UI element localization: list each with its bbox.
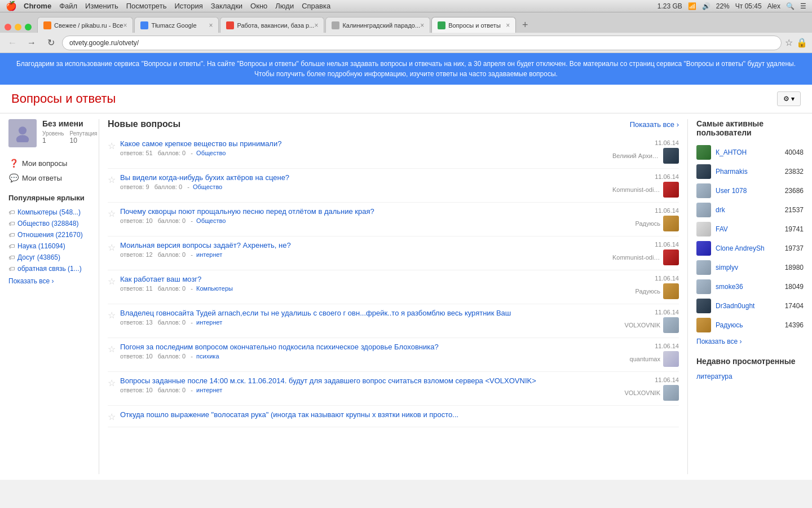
active-user-name-2[interactable]: User 1078 <box>716 187 780 195</box>
apple-icon[interactable]: 🍎 <box>6 1 17 11</box>
star-button-8[interactable]: ☆ <box>108 411 116 422</box>
active-user-7: smoke36 18049 <box>696 277 804 296</box>
active-user-name-3[interactable]: drk <box>716 206 780 214</box>
star-button-6[interactable]: ☆ <box>108 344 116 354</box>
tag-computers[interactable]: 🏷 Компьютеры (548...) <box>8 207 90 218</box>
question-content-8: Откуда пошло выражение "волосатая рука" … <box>120 410 679 421</box>
question-link-2[interactable]: Почему скворцы поют прощальную песню пер… <box>120 207 601 216</box>
tab-pikabu[interactable]: Свежее / pikabu.ru - Все × <box>37 17 133 33</box>
active-user-name-9[interactable]: Радуюсь <box>716 321 780 329</box>
tab-work[interactable]: Работа, вакансии, база р... × <box>220 17 324 33</box>
tab-favicon-kaliningrad <box>332 21 339 29</box>
star-button-0[interactable]: ☆ <box>108 141 116 151</box>
menu-edit[interactable]: Изменить <box>85 2 118 10</box>
question-link-5[interactable]: Владелец говносайта Тудей arnach,если ты… <box>120 309 601 317</box>
my-answers-item[interactable]: 💬 Мои ответы <box>8 170 90 185</box>
menu-window[interactable]: Окно <box>250 2 267 10</box>
tag-leisure[interactable]: 🏷 Досуг (43865) <box>8 252 90 263</box>
star-button-4[interactable]: ☆ <box>108 276 116 287</box>
search-icon[interactable]: 🔍 <box>786 2 795 10</box>
question-link-3[interactable]: Моильная версия вопросы задаёт? Ахренеть… <box>120 241 601 249</box>
score-4: 0 <box>182 285 186 292</box>
show-all-users-link[interactable]: Показать все › <box>696 338 804 345</box>
tab-close-pikabu[interactable]: × <box>123 21 127 29</box>
tab-close-qa[interactable]: × <box>506 21 510 29</box>
question-author-1: Kommunist-odin... <box>612 186 660 193</box>
question-right-6: 11.06.14 quantumax <box>606 343 679 367</box>
back-button[interactable]: ← <box>5 35 20 51</box>
star-button-7[interactable]: ☆ <box>108 378 116 388</box>
category-1[interactable]: Общество <box>193 183 222 190</box>
active-user-name-6[interactable]: simplyv <box>716 264 780 271</box>
star-button-3[interactable]: ☆ <box>108 242 116 253</box>
tab-close-kaliningrad[interactable]: × <box>420 21 424 29</box>
menu-history[interactable]: История <box>174 2 202 10</box>
star-button-2[interactable]: ☆ <box>108 208 116 219</box>
active-user-avatar-2 <box>696 183 711 198</box>
active-user-name-8[interactable]: Dr3adn0ught <box>716 302 780 310</box>
tab-close-translate[interactable]: × <box>209 21 213 29</box>
active-user-name-0[interactable]: К_АНТОН <box>716 148 780 156</box>
question-link-4[interactable]: Как работает ваш мозг? <box>120 275 601 283</box>
menu-people[interactable]: Люди <box>275 2 294 10</box>
question-item-3: ☆ Моильная версия вопросы задаёт? Ахрене… <box>108 237 679 270</box>
question-link-0[interactable]: Какое самое крепкое вещество вы принимал… <box>120 139 601 148</box>
menu-help[interactable]: Справка <box>302 2 330 10</box>
menu-file[interactable]: Файл <box>59 2 77 10</box>
star-button-5[interactable]: ☆ <box>108 310 116 321</box>
tab-qa[interactable]: Вопросы и ответы × <box>431 17 516 33</box>
my-questions-item[interactable]: ❓ Мои вопросы <box>8 156 90 170</box>
category-5[interactable]: интернет <box>196 319 222 326</box>
tab-favicon-translate <box>140 21 148 29</box>
menu-view[interactable]: Посмотреть <box>126 2 167 10</box>
show-all-tags-link[interactable]: Показать все › <box>8 277 90 285</box>
menu-icon[interactable]: ☰ <box>800 2 806 10</box>
active-user-name-1[interactable]: Pharmakis <box>716 168 780 176</box>
category-4[interactable]: Компьютеры <box>196 285 233 292</box>
reload-button[interactable]: ↻ <box>43 35 59 51</box>
question-author-row-1: Kommunist-odin... <box>612 182 679 198</box>
category-7[interactable]: интернет <box>196 387 222 393</box>
menu-bookmarks[interactable]: Закладки <box>211 2 242 10</box>
wifi-icon: 📶 <box>688 2 696 10</box>
tag-feedback[interactable]: 🏷 обратная связь (1...) <box>8 263 90 274</box>
active-user-score-5: 19737 <box>785 244 804 252</box>
username-menubar: Alex <box>767 2 780 10</box>
question-right-1: 11.06.14 Kommunist-odin... <box>606 173 679 198</box>
settings-button[interactable]: ⚙ ▾ <box>777 91 801 106</box>
tag-society[interactable]: 🏷 Общество (328848) <box>8 218 90 229</box>
new-tab-button[interactable]: + <box>517 17 533 33</box>
author-avatar-6 <box>663 351 679 367</box>
active-user-name-7[interactable]: smoke36 <box>716 283 780 291</box>
url-input[interactable] <box>62 36 782 50</box>
active-user-name-4[interactable]: FAV <box>716 225 780 233</box>
bookmark-star-icon[interactable]: ☆ <box>785 37 793 48</box>
active-user-8: Dr3adn0ught 17404 <box>696 296 804 316</box>
question-content-5: Владелец говносайта Тудей arnach,если ты… <box>120 309 601 326</box>
tag-relations[interactable]: 🏷 Отношения (221670) <box>8 229 90 240</box>
window-minimize[interactable] <box>15 24 21 30</box>
window-close[interactable] <box>5 24 11 30</box>
recently-viewed-item-0[interactable]: литература <box>696 371 804 382</box>
category-2[interactable]: Общество <box>196 217 226 224</box>
window-maximize[interactable] <box>25 24 32 30</box>
tab-kaliningrad[interactable]: Калининградский парадо... × <box>325 17 430 33</box>
tab-close-work[interactable]: × <box>314 21 318 29</box>
question-link-8[interactable]: Откуда пошло выражение "волосатая рука" … <box>120 410 679 419</box>
tab-google-translate[interactable]: Tłumacz Google × <box>134 17 219 33</box>
menu-chrome[interactable]: Chrome <box>24 2 51 10</box>
question-link-7[interactable]: Вопросы заданные после 14:00 м.ск. 11.06… <box>120 376 601 385</box>
category-6[interactable]: психика <box>196 353 219 360</box>
category-0[interactable]: Общество <box>196 150 226 156</box>
active-user-name-5[interactable]: Clone AndreySh <box>716 244 780 252</box>
tag-science[interactable]: 🏷 Наука (116094) <box>8 240 90 252</box>
show-all-questions-link[interactable]: Показать все › <box>630 120 679 129</box>
announcement-banner: Благодарим за использование сервиса "Воп… <box>0 53 812 85</box>
forward-button[interactable]: → <box>24 35 39 51</box>
question-link-6[interactable]: Погоня за последним вопросом окончательн… <box>120 343 601 351</box>
username: Без имени <box>42 119 98 128</box>
category-3[interactable]: интернет <box>196 251 222 258</box>
question-link-1[interactable]: Вы видели когда-нибудь бухих актёров на … <box>120 173 601 182</box>
star-button-1[interactable]: ☆ <box>108 174 116 185</box>
svg-point-0 <box>19 126 27 134</box>
